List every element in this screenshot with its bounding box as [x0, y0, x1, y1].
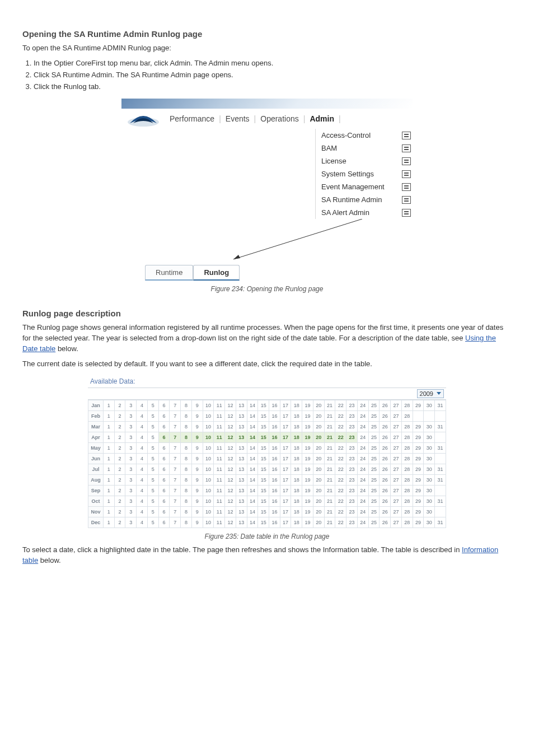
calendar-day[interactable]: 24 — [357, 400, 368, 410]
calendar-day[interactable]: 25 — [368, 506, 380, 517]
calendar-day[interactable]: 23 — [346, 517, 358, 528]
calendar-day[interactable]: 15 — [258, 506, 269, 517]
calendar-day[interactable]: 26 — [380, 442, 391, 453]
calendar-day[interactable]: 23 — [346, 432, 358, 442]
calendar-day[interactable]: 13 — [236, 474, 247, 485]
calendar-day[interactable]: 4 — [137, 517, 148, 528]
calendar-day[interactable]: 17 — [280, 506, 291, 517]
calendar-day[interactable]: 30 — [424, 474, 435, 485]
calendar-day[interactable]: 25 — [368, 421, 380, 432]
calendar-day[interactable]: 16 — [269, 453, 280, 464]
calendar-day[interactable]: 19 — [302, 410, 313, 421]
calendar-day[interactable]: 2 — [114, 410, 125, 421]
calendar-day[interactable]: 14 — [247, 442, 258, 453]
admin-menu-item[interactable]: SA Alert Admin — [316, 206, 414, 219]
calendar-day[interactable]: 18 — [291, 506, 302, 517]
calendar-day[interactable]: 3 — [125, 496, 137, 506]
calendar-day[interactable]: 26 — [380, 400, 391, 410]
calendar-day[interactable]: 29 — [413, 453, 424, 464]
calendar-day[interactable]: 8 — [181, 453, 192, 464]
calendar-day[interactable]: 7 — [170, 400, 181, 410]
calendar-day[interactable]: 1 — [104, 485, 115, 496]
calendar-day[interactable]: 11 — [214, 517, 225, 528]
calendar-day[interactable]: 25 — [368, 410, 380, 421]
calendar-day[interactable]: 12 — [225, 453, 236, 464]
calendar-day[interactable]: 10 — [203, 410, 214, 421]
calendar-day[interactable]: 11 — [214, 442, 225, 453]
admin-menu-item[interactable]: BAM — [316, 142, 414, 155]
calendar-day[interactable]: 12 — [225, 506, 236, 517]
calendar-day[interactable]: 5 — [147, 442, 158, 453]
calendar-day[interactable]: 8 — [181, 485, 192, 496]
calendar-day[interactable]: 14 — [247, 517, 258, 528]
admin-menu-item[interactable]: Access-Control — [316, 129, 414, 142]
calendar-day[interactable]: 11 — [214, 474, 225, 485]
calendar-day[interactable]: 22 — [335, 421, 346, 432]
calendar-day[interactable]: 14 — [247, 421, 258, 432]
calendar-day[interactable]: 2 — [114, 453, 125, 464]
calendar-day[interactable]: 8 — [181, 400, 192, 410]
calendar-day[interactable]: 4 — [137, 410, 148, 421]
calendar-day[interactable]: 29 — [413, 474, 424, 485]
calendar-day[interactable]: 4 — [137, 485, 148, 496]
calendar-day[interactable]: 24 — [357, 432, 368, 442]
calendar-day[interactable]: 28 — [401, 474, 413, 485]
calendar-day[interactable]: 7 — [170, 496, 181, 506]
calendar-day[interactable]: 27 — [391, 474, 402, 485]
calendar-day[interactable]: 19 — [302, 453, 313, 464]
calendar-day[interactable]: 27 — [391, 421, 402, 432]
calendar-day[interactable]: 2 — [114, 442, 125, 453]
calendar-day[interactable]: 28 — [401, 442, 413, 453]
calendar-day[interactable]: 10 — [203, 442, 214, 453]
calendar-day[interactable]: 7 — [170, 410, 181, 421]
calendar-day[interactable]: 8 — [181, 506, 192, 517]
calendar-day[interactable]: 9 — [191, 400, 203, 410]
calendar-day[interactable]: 19 — [302, 485, 313, 496]
calendar-day[interactable]: 12 — [225, 485, 236, 496]
calendar-day[interactable]: 14 — [247, 432, 258, 442]
calendar-day[interactable]: 9 — [191, 442, 203, 453]
calendar-day[interactable]: 5 — [147, 485, 158, 496]
calendar-day[interactable]: 13 — [236, 400, 247, 410]
calendar-day[interactable]: 21 — [324, 464, 335, 474]
calendar-day[interactable]: 3 — [125, 442, 137, 453]
calendar-day[interactable]: 13 — [236, 410, 247, 421]
calendar-day[interactable]: 11 — [214, 400, 225, 410]
calendar-day[interactable]: 30 — [424, 442, 435, 453]
calendar-day[interactable]: 15 — [258, 496, 269, 506]
calendar-day[interactable]: 12 — [225, 421, 236, 432]
calendar-day[interactable]: 28 — [401, 453, 413, 464]
calendar-day[interactable]: 10 — [203, 400, 214, 410]
calendar-day[interactable]: 28 — [401, 464, 413, 474]
calendar-day[interactable]: 31 — [435, 400, 446, 410]
calendar-day[interactable]: 23 — [346, 421, 358, 432]
calendar-day[interactable]: 29 — [413, 442, 424, 453]
calendar-day[interactable]: 24 — [357, 474, 368, 485]
calendar-day[interactable]: 5 — [147, 464, 158, 474]
calendar-day[interactable]: 13 — [236, 432, 247, 442]
calendar-day[interactable]: 30 — [424, 506, 435, 517]
calendar-day[interactable]: 6 — [158, 464, 170, 474]
nav-performance[interactable]: Performance — [168, 113, 216, 124]
calendar-day[interactable]: 6 — [158, 474, 170, 485]
calendar-day[interactable]: 18 — [291, 432, 302, 442]
calendar-day[interactable]: 27 — [391, 517, 402, 528]
calendar-day[interactable]: 20 — [313, 517, 324, 528]
calendar-day[interactable]: 6 — [158, 442, 170, 453]
calendar-day[interactable]: 31 — [435, 442, 446, 453]
calendar-day[interactable]: 7 — [170, 453, 181, 464]
calendar-day[interactable]: 14 — [247, 453, 258, 464]
calendar-day[interactable]: 10 — [203, 496, 214, 506]
calendar-day[interactable]: 22 — [335, 410, 346, 421]
calendar-day[interactable]: 22 — [335, 432, 346, 442]
nav-admin[interactable]: Admin — [308, 113, 335, 124]
calendar-day[interactable]: 17 — [280, 453, 291, 464]
calendar-day[interactable]: 15 — [258, 421, 269, 432]
calendar-day[interactable]: 11 — [214, 464, 225, 474]
calendar-day[interactable]: 23 — [346, 506, 358, 517]
calendar-day[interactable]: 28 — [401, 517, 413, 528]
calendar-day[interactable]: 6 — [158, 410, 170, 421]
calendar-day[interactable]: 20 — [313, 453, 324, 464]
calendar-day[interactable]: 8 — [181, 517, 192, 528]
calendar-day[interactable]: 29 — [413, 432, 424, 442]
